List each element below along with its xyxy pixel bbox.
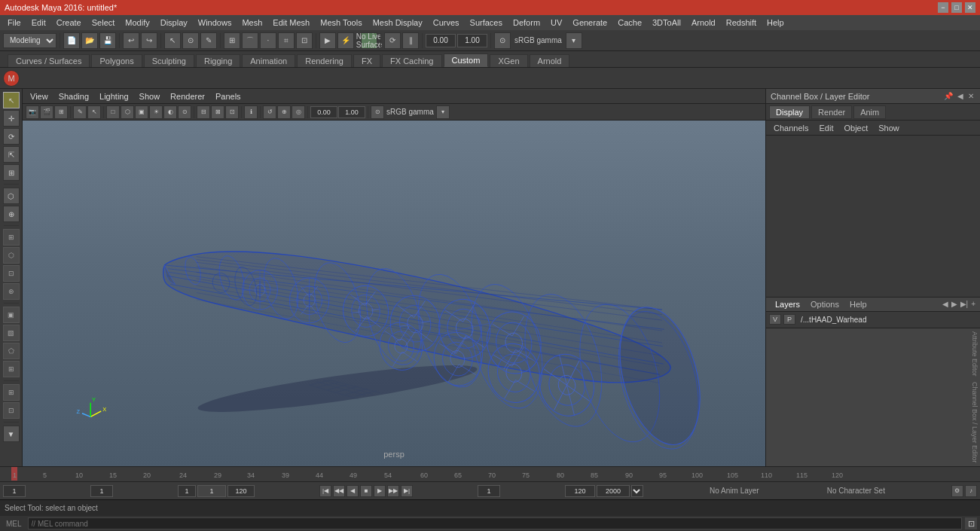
step-back-btn[interactable]: ◀◀ (333, 485, 345, 497)
viewport-menu-view[interactable]: View (26, 91, 53, 102)
viewport-menu-show[interactable]: Show (135, 91, 165, 102)
shelf-tab-fx[interactable]: FX (353, 54, 380, 67)
minimize-button[interactable]: − (938, 2, 948, 13)
vp-profile-dropdown[interactable]: ▾ (436, 105, 450, 119)
layer-scroll-end[interactable]: ▶| (960, 300, 969, 308)
play-fwd-btn[interactable]: ▶ (374, 485, 386, 497)
lasso-btn[interactable]: ⊙ (182, 32, 199, 49)
viewport-menu-panels[interactable]: Panels (211, 91, 246, 102)
menu-display[interactable]: Display (156, 17, 192, 28)
menu-mesh[interactable]: Mesh (237, 17, 267, 28)
select-tool-btn[interactable]: ↖ (164, 32, 181, 49)
shelf-tab-custom[interactable]: Custom (444, 53, 489, 67)
soft-select-btn[interactable]: ⬡ (3, 188, 20, 204)
menu-modify[interactable]: Modify (121, 17, 154, 28)
channel-tab-display[interactable]: Display (769, 105, 810, 119)
vp-smooth-btn[interactable]: ⬡ (121, 105, 134, 119)
menu-file[interactable]: File (3, 17, 26, 28)
shelf-tab-fxcaching[interactable]: FX Caching (382, 54, 441, 67)
mode-selector[interactable]: Modeling (3, 33, 56, 48)
undo-btn[interactable]: ↩ (123, 32, 139, 49)
layer-tab-options[interactable]: Options (806, 299, 844, 310)
channel-box-side-tab[interactable]: Channel Box / Layer Editor (766, 379, 980, 466)
menu-curves[interactable]: Curves (429, 17, 464, 28)
transform-tool[interactable]: ⊞ (3, 164, 20, 181)
menu-redshift[interactable]: Redshift (722, 17, 761, 28)
live-surface-btn[interactable]: No Live Surface (361, 32, 377, 49)
menu-create[interactable]: Create (52, 17, 86, 28)
layer-tab-help[interactable]: Help (845, 299, 872, 310)
vp-film-btn[interactable]: 🎬 (40, 105, 53, 119)
rp-shrink-btn[interactable]: ◀ (956, 92, 965, 100)
vp-light-btn[interactable]: ☀ (149, 105, 163, 119)
vp-wireframe-btn[interactable]: □ (106, 105, 120, 119)
value2-input[interactable]: 1.00 (457, 34, 487, 47)
shelf-tab-rendering[interactable]: Rendering (297, 54, 352, 67)
menu-windows[interactable]: Windows (194, 17, 237, 28)
vp-select-btn[interactable]: ↖ (87, 105, 101, 119)
mel-icon[interactable]: ⊡ (965, 517, 977, 529)
channel-menu-show[interactable]: Show (874, 124, 904, 133)
menu-generate[interactable]: Generate (568, 17, 612, 28)
close-button[interactable]: ✕ (965, 2, 975, 13)
shelf-tab-xgen[interactable]: XGen (490, 54, 527, 67)
shelf-tab-rigging[interactable]: Rigging (196, 54, 240, 67)
gamma-btn[interactable]: ⊙ (494, 32, 511, 49)
menu-edit[interactable]: Edit (27, 17, 50, 28)
vp-value1-input[interactable] (310, 106, 337, 118)
shelf-tab-curves[interactable]: Curves / Surfaces (8, 54, 90, 67)
construct-history-btn[interactable]: ⟳ (384, 32, 401, 49)
vp-value2-input[interactable] (338, 106, 365, 118)
playback-settings-btn[interactable]: ⚙ (951, 485, 963, 497)
attribute-editor-tab[interactable]: Attribute Editor (766, 328, 980, 380)
paint-btn[interactable]: ✎ (200, 32, 217, 49)
vp-ao-btn[interactable]: ⊙ (178, 105, 191, 119)
go-end-btn[interactable]: ▶| (401, 485, 413, 497)
play-back-btn[interactable]: ◀ (347, 485, 359, 497)
layer-playback-btn[interactable]: P (783, 314, 795, 325)
current-frame-input[interactable] (90, 485, 113, 497)
rp-pin-btn[interactable]: 📌 (942, 92, 954, 100)
menu-3dtoall[interactable]: 3DToAll (648, 17, 685, 28)
new-scene-btn[interactable]: 📄 (63, 32, 80, 49)
menu-mesh-display[interactable]: Mesh Display (368, 17, 427, 28)
start-frame-input[interactable] (3, 485, 26, 497)
vp-cam-btn[interactable]: 📷 (26, 105, 39, 119)
ipr-btn[interactable]: ⚡ (337, 32, 354, 49)
menu-cache[interactable]: Cache (613, 17, 646, 28)
rotate-tool[interactable]: ⟳ (3, 128, 20, 145)
channel-menu-edit[interactable]: Edit (814, 124, 838, 133)
shelf-tab-polygons[interactable]: Polygons (91, 54, 142, 67)
channel-tab-render[interactable]: Render (811, 105, 852, 119)
more-tools-btn[interactable]: ▼ (3, 426, 20, 442)
viewport-menu-renderer[interactable]: Renderer (166, 91, 209, 102)
viewport-menu-shading[interactable]: Shading (54, 91, 93, 102)
max-frame-input[interactable] (565, 485, 595, 497)
viewport-menu-lighting[interactable]: Lighting (95, 91, 133, 102)
vp-mode1-btn[interactable]: ⊟ (197, 105, 210, 119)
menu-mesh-tools[interactable]: Mesh Tools (316, 17, 366, 28)
redo-btn[interactable]: ↪ (141, 32, 157, 49)
vp-mode2-btn[interactable]: ⊠ (211, 105, 224, 119)
menu-edit-mesh[interactable]: Edit Mesh (268, 17, 314, 28)
menu-help[interactable]: Help (762, 17, 789, 28)
snap-view-btn[interactable]: ⊡ (296, 32, 313, 49)
menu-select[interactable]: Select (87, 17, 120, 28)
layer-add-btn[interactable]: + (971, 300, 975, 308)
layer-scroll-fwd[interactable]: ▶ (951, 300, 957, 308)
layer-tab-layers[interactable]: Layers (771, 299, 804, 310)
go-start-btn[interactable]: |◀ (319, 485, 331, 497)
color-profile-dropdown[interactable]: ▾ (566, 32, 582, 49)
open-scene-btn[interactable]: 📂 (81, 32, 98, 49)
max-frame2-input[interactable] (597, 485, 630, 497)
layer-visibility-btn[interactable]: V (769, 314, 781, 325)
range-end-input[interactable] (227, 485, 255, 497)
end-frame-input[interactable] (478, 485, 500, 497)
mel-input[interactable] (28, 517, 962, 529)
vp-grid-btn[interactable]: ⊞ (54, 105, 68, 119)
menu-arnold[interactable]: Arnold (687, 17, 720, 28)
channel-tab-anim[interactable]: Anim (853, 105, 886, 119)
stop-btn[interactable]: ■ (360, 485, 372, 497)
render-btn[interactable]: ▶ (319, 32, 336, 49)
snap-surface-btn[interactable]: ⌗ (278, 32, 295, 49)
